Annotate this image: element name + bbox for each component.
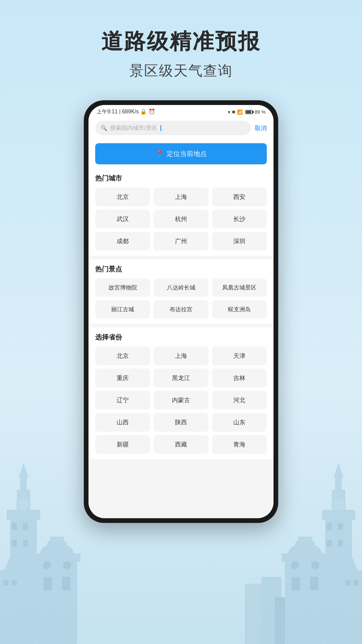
svg-rect-49 [261,577,282,644]
hot-city-item[interactable]: 杭州 [154,210,208,228]
locate-button[interactable]: 📍 定位当前地点 [95,143,267,164]
sub-title: 景区级天气查询 [0,61,362,80]
province-item[interactable]: 吉林 [212,369,267,387]
hot-city-item[interactable]: 广州 [154,232,208,251]
search-cursor [161,125,161,131]
province-item[interactable]: 河北 [212,391,267,410]
hot-city-item[interactable]: 成都 [95,232,150,251]
search-input-wrapper[interactable]: 🔍 搜索国内城市/景区 [95,121,251,135]
hot-city-item[interactable]: 武汉 [95,210,150,228]
province-item[interactable]: 陕西 [154,413,208,432]
battery-percent: 89 % [255,109,265,115]
province-item[interactable]: 山东 [212,413,267,432]
locate-pin-icon: 📍 [156,150,164,158]
status-icons: ▾ ✱ 📶 89 % [228,109,265,115]
hot-cities-section: 热门城市 北京上海西安武汉杭州长沙成都广州深圳 [88,168,274,256]
svg-rect-0 [10,517,37,644]
province-item[interactable]: 新疆 [95,435,150,454]
svg-rect-48 [245,584,272,644]
cancel-button[interactable]: 取消 [255,124,267,132]
svg-rect-39 [298,537,312,547]
hot-cities-grid: 北京上海西安武汉杭州长沙成都广州深圳 [95,187,267,251]
provinces-grid: 北京上海天津重庆黑龙江吉林辽宁内蒙古河北山西陕西山东新疆西藏青海 [95,346,267,454]
phone-screen: 上午9:11 | 689K/s 🔒 ⏰ ▾ ✱ 📶 89 % 🔍 搜索国内城市/… [88,105,274,518]
battery-icon [245,110,253,114]
status-bar: 上午9:11 | 689K/s 🔒 ⏰ ▾ ✱ 📶 89 % [88,105,274,118]
svg-rect-23 [12,580,17,585]
phone-frame: 上午9:11 | 689K/s 🔒 ⏰ ▾ ✱ 📶 89 % 🔍 搜索国内城市/… [84,100,278,523]
hot-city-item[interactable]: 上海 [154,187,208,206]
hot-city-item[interactable]: 长沙 [212,210,267,228]
svg-rect-10 [23,540,28,547]
hot-scenic-title: 热门景点 [95,265,267,274]
svg-rect-43 [310,577,318,590]
svg-rect-12 [34,553,80,562]
search-placeholder: 搜索国内城市/景区 [110,124,157,132]
province-item[interactable]: 上海 [154,346,208,365]
hot-scenic-item[interactable]: 丽江古城 [95,300,150,319]
svg-rect-36 [282,553,328,562]
svg-marker-21 [3,557,17,572]
hot-scenic-grid: 故宫博物院八达岭长城凤凰古城景区丽江古城布达拉宫蜈支洲岛 [95,278,267,319]
header-section: 道路级精准预报 景区级天气查询 [0,0,362,94]
province-item[interactable]: 山西 [95,413,150,432]
hot-cities-title: 热门城市 [95,174,267,183]
svg-rect-7 [12,523,17,530]
hot-scenic-item[interactable]: 八达岭长城 [154,278,208,297]
hot-city-item[interactable]: 西安 [212,187,267,206]
locate-section: 📍 定位当前地点 [88,139,274,168]
svg-rect-35 [285,560,325,644]
svg-rect-47 [354,580,359,585]
search-icon: 🔍 [101,125,107,131]
province-item[interactable]: 青海 [212,435,267,454]
locate-label: 定位当前地点 [167,149,207,158]
svg-rect-42 [292,577,300,590]
province-item[interactable]: 北京 [95,346,150,365]
svg-rect-20 [0,570,20,644]
svg-rect-19 [62,577,70,590]
svg-rect-46 [345,580,350,585]
svg-rect-24 [325,517,352,644]
svg-rect-50 [275,597,285,644]
province-item[interactable]: 辽宁 [95,391,150,410]
province-item[interactable]: 天津 [212,346,267,365]
svg-point-17 [63,561,71,569]
svg-rect-8 [23,523,28,530]
svg-point-37 [288,543,322,564]
main-title: 道路级精准预报 [0,27,362,56]
svg-rect-15 [50,537,64,547]
status-time: 上午9:11 | 689K/s 🔒 ⏰ [97,108,155,115]
svg-rect-34 [338,540,343,547]
svg-rect-18 [44,577,52,590]
svg-rect-44 [342,570,362,644]
hot-scenic-item[interactable]: 蜈支洲岛 [212,300,267,319]
scroll-content[interactable]: 热门城市 北京上海西安武汉杭州长沙成都广州深圳 热门景点 故宫博物院八达岭长城凤… [88,168,274,518]
svg-rect-11 [37,560,77,644]
provinces-title: 选择省份 [95,333,267,342]
svg-marker-45 [345,557,359,572]
hot-scenic-item[interactable]: 故宫博物院 [95,278,150,297]
svg-rect-32 [338,523,343,530]
svg-point-38 [295,538,315,552]
svg-rect-9 [12,540,17,547]
svg-point-40 [291,561,299,569]
province-item[interactable]: 内蒙古 [154,391,208,410]
svg-point-41 [311,561,319,569]
province-item[interactable]: 重庆 [95,369,150,387]
provinces-section: 选择省份 北京上海天津重庆黑龙江吉林辽宁内蒙古河北山西陕西山东新疆西藏青海 [88,327,274,459]
svg-rect-22 [3,580,8,585]
hot-scenic-item[interactable]: 布达拉宫 [154,300,208,319]
svg-point-16 [43,561,51,569]
hot-scenic-section: 热门景点 故宫博物院八达岭长城凤凰古城景区丽江古城布达拉宫蜈支洲岛 [88,259,274,324]
svg-point-14 [47,538,67,552]
province-item[interactable]: 黑龙江 [154,369,208,387]
province-item[interactable]: 西藏 [154,435,208,454]
search-section: 🔍 搜索国内城市/景区 取消 [88,118,274,139]
hot-scenic-item[interactable]: 凤凰古城景区 [212,278,267,297]
hot-city-item[interactable]: 深圳 [212,232,267,251]
hot-city-item[interactable]: 北京 [95,187,150,206]
svg-rect-31 [327,523,332,530]
svg-point-13 [40,543,74,564]
phone-mockup: 上午9:11 | 689K/s 🔒 ⏰ ▾ ✱ 📶 89 % 🔍 搜索国内城市/… [0,100,362,523]
svg-rect-33 [327,540,332,547]
